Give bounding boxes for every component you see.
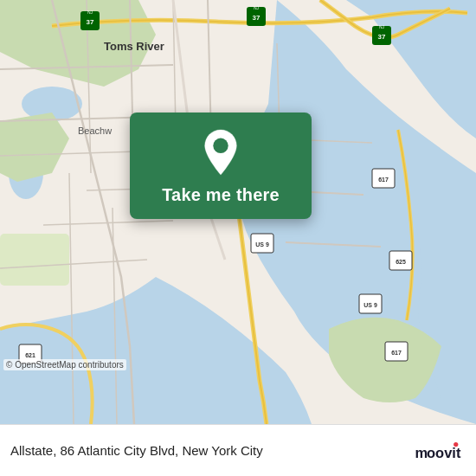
map-view: 37 NJ 37 NJ 37 NJ US 9 US 9 617 617 625 … (0, 0, 476, 424)
svg-text:37: 37 (87, 18, 94, 26)
take-me-there-button[interactable]: Take me there (162, 185, 280, 205)
svg-text:NJ: NJ (254, 5, 260, 10)
svg-text:621: 621 (25, 352, 35, 358)
svg-text:NJ: NJ (87, 10, 93, 15)
svg-text:NJ: NJ (379, 24, 385, 29)
svg-text:625: 625 (396, 259, 406, 265)
svg-text:617: 617 (378, 177, 389, 183)
svg-text:m: m (415, 444, 428, 460)
osm-credit: © OpenStreetMap contributors (3, 359, 126, 370)
take-me-there-card[interactable]: Take me there (130, 113, 312, 219)
svg-point-44 (213, 138, 228, 153)
moovit-logo: m oovit (414, 435, 466, 466)
footer-bar: Allstate, 86 Atlantic City Blvd, New Yor… (0, 424, 476, 476)
svg-text:Toms River: Toms River (104, 40, 164, 53)
svg-text:US 9: US 9 (363, 302, 377, 308)
svg-text:oovit: oovit (427, 444, 461, 460)
svg-text:37: 37 (253, 14, 261, 22)
svg-rect-3 (0, 234, 69, 286)
svg-text:617: 617 (391, 350, 402, 356)
svg-text:37: 37 (378, 33, 386, 41)
footer-address: Allstate, 86 Atlantic City Blvd, New Yor… (10, 443, 414, 458)
svg-text:US 9: US 9 (255, 241, 269, 248)
svg-point-47 (453, 441, 458, 446)
svg-text:Beachw: Beachw (78, 125, 112, 136)
location-pin-icon (200, 128, 241, 177)
